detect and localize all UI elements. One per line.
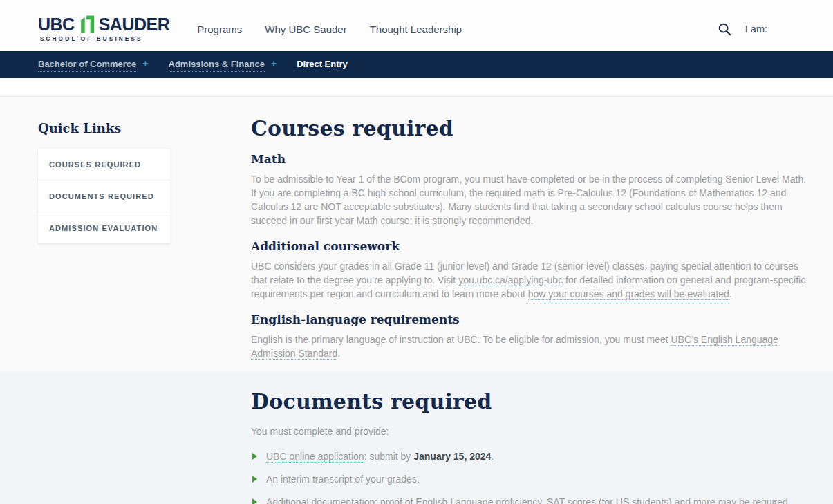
header-right: I am: — [717, 21, 833, 37]
page-title-courses-required: Courses required — [251, 116, 812, 140]
text-run: An interim transcript of your grades. — [266, 474, 420, 485]
logo-word-sauder: SAUDER — [99, 16, 170, 33]
inline-link[interactable]: UBC online application — [266, 451, 364, 463]
heading-additional-coursework: Additional coursework — [251, 239, 812, 253]
bullet-text: UBC online application: submit by Januar… — [266, 449, 494, 463]
nav-item-why-ubc-sauder[interactable]: Why UBC Sauder — [265, 24, 346, 35]
plus-expand-icon[interactable]: + — [142, 58, 148, 69]
green-arrow-bullet-icon — [252, 476, 257, 483]
list-item: Additional documentation: proof of Engli… — [251, 495, 818, 504]
i-am-menu[interactable]: I am: — [745, 24, 767, 35]
subnav-item-direct-entry[interactable]: Direct Entry — [297, 59, 348, 71]
subnav-item-bachelor-of-commerce[interactable]: Bachelor of Commerce + — [38, 58, 149, 72]
green-arrow-bullet-icon — [252, 453, 257, 460]
sidebar-item-courses-required[interactable]: COURSES REQUIRED — [38, 149, 170, 180]
open-door-icon — [78, 15, 95, 33]
list-item: An interim transcript of your grades. — [251, 472, 818, 486]
inline-link[interactable]: how your courses and grades will be eval… — [528, 288, 729, 300]
text-run: English is the primary language of instr… — [251, 334, 671, 345]
quick-links-sidebar: Quick Links COURSES REQUIRED DOCUMENTS R… — [38, 116, 170, 371]
text-run: Additional documentation: proof of Engli… — [266, 496, 788, 504]
heading-math: Math — [251, 152, 812, 166]
sidebar-item-documents-required[interactable]: DOCUMENTS REQUIRED — [38, 180, 170, 212]
list-item: UBC online application: submit by Januar… — [251, 449, 818, 463]
search-icon[interactable] — [717, 21, 732, 37]
heading-english-language-requirements: English-language requirements — [251, 312, 812, 326]
main-nav: Programs Why UBC Sauder Thought Leadersh… — [197, 24, 462, 35]
paragraph-math: To be admissible to Year 1 of the BCom p… — [251, 172, 812, 227]
site-header: UBC SAUDER SCHOOL OF BUSINESS Programs W… — [0, 0, 833, 51]
text-run: . — [337, 348, 340, 359]
subnav-item-admissions-finance[interactable]: Admissions & Finance + — [169, 58, 277, 72]
courses-required-section: Quick Links COURSES REQUIRED DOCUMENTS R… — [0, 96, 833, 371]
courses-content: Courses required Math To be admissible t… — [251, 116, 812, 371]
text-run: : submit by — [364, 451, 414, 462]
paragraph-english-language: English is the primary language of instr… — [251, 333, 812, 360]
documents-intro: You must complete and provide: — [251, 424, 812, 438]
plus-expand-icon[interactable]: + — [271, 58, 277, 69]
quick-links-card: COURSES REQUIRED DOCUMENTS REQUIRED ADMI… — [38, 149, 170, 243]
ubc-sauder-logo[interactable]: UBC SAUDER SCHOOL OF BUSINESS — [38, 15, 169, 42]
documents-required-section: Documents required You must complete and… — [0, 371, 833, 504]
documents-bullet-list: UBC online application: submit by Januar… — [251, 449, 812, 504]
text-run: . — [491, 451, 494, 462]
inline-link[interactable]: you.ubc.ca/applying-ubc — [458, 274, 563, 286]
sidebar-item-admission-evaluation[interactable]: ADMISSION EVALUATION — [38, 212, 170, 243]
quick-links-title: Quick Links — [38, 121, 170, 136]
text-run: . — [729, 288, 732, 299]
logo-tagline: SCHOOL OF BUSINESS — [38, 36, 169, 42]
subnav-label: Admissions & Finance — [169, 59, 265, 72]
bullet-text: An interim transcript of your grades. — [266, 472, 420, 486]
spacer-strip — [0, 78, 833, 96]
page-title-documents-required: Documents required — [251, 389, 812, 413]
bold-text: January 15, 2024 — [413, 451, 491, 462]
nav-item-programs[interactable]: Programs — [197, 24, 242, 35]
text-run: To be admissible to Year 1 of the BCom p… — [251, 174, 806, 226]
subnav-label: Direct Entry — [297, 59, 348, 71]
nav-item-thought-leadership[interactable]: Thought Leadership — [370, 24, 462, 35]
subnav-label: Bachelor of Commerce — [38, 59, 136, 72]
paragraph-additional-coursework: UBC considers your grades in all Grade 1… — [251, 259, 812, 301]
bullet-text: Additional documentation: proof of Engli… — [266, 495, 818, 504]
section-subnav: Bachelor of Commerce + Admissions & Fina… — [0, 51, 833, 78]
green-arrow-bullet-icon — [252, 498, 257, 504]
logo-word-ubc: UBC — [38, 16, 75, 33]
